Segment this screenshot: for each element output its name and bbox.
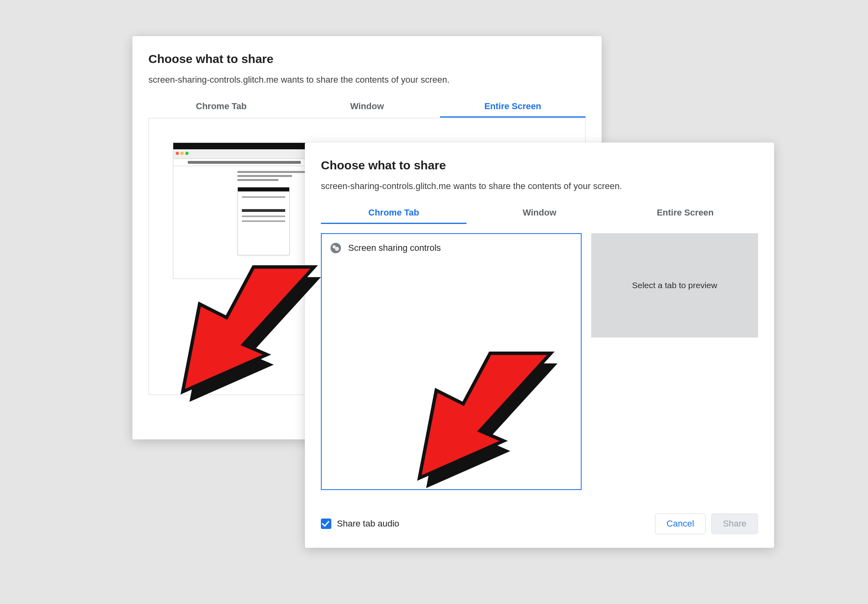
tab-chrome-tab[interactable]: Chrome Tab bbox=[148, 99, 294, 118]
tab-preview-placeholder: Select a tab to preview bbox=[591, 233, 758, 338]
share-source-tabs: Chrome Tab Window Entire Screen bbox=[148, 99, 586, 118]
tab-window[interactable]: Window bbox=[466, 205, 612, 224]
share-dialog-chrome-tab: Choose what to share screen-sharing-cont… bbox=[305, 142, 774, 548]
dialog-title: Choose what to share bbox=[148, 52, 586, 66]
globe-icon bbox=[331, 243, 341, 253]
share-button[interactable]: Share bbox=[711, 513, 758, 534]
dialog-subtitle: screen-sharing-controls.glitch.me wants … bbox=[148, 75, 586, 85]
dialog-subtitle: screen-sharing-controls.glitch.me wants … bbox=[321, 181, 758, 191]
share-source-tabs: Chrome Tab Window Entire Screen bbox=[321, 205, 758, 224]
chrome-tab-item-label: Screen sharing controls bbox=[348, 243, 441, 253]
preview-placeholder-text: Select a tab to preview bbox=[632, 281, 717, 290]
tab-window[interactable]: Window bbox=[294, 99, 440, 118]
share-tab-audio-checkbox[interactable] bbox=[321, 519, 331, 529]
chrome-tab-item[interactable]: Screen sharing controls bbox=[330, 241, 573, 255]
tab-chrome-tab[interactable]: Chrome Tab bbox=[321, 205, 466, 224]
screen-thumbnail[interactable] bbox=[173, 142, 309, 279]
tab-entire-screen[interactable]: Entire Screen bbox=[612, 205, 758, 224]
tab-entire-screen[interactable]: Entire Screen bbox=[440, 99, 586, 118]
cancel-button[interactable]: Cancel bbox=[655, 513, 706, 534]
chrome-tab-list: Screen sharing controls bbox=[321, 233, 582, 490]
share-tab-audio-label: Share tab audio bbox=[337, 519, 399, 529]
dialog-title: Choose what to share bbox=[321, 159, 758, 172]
